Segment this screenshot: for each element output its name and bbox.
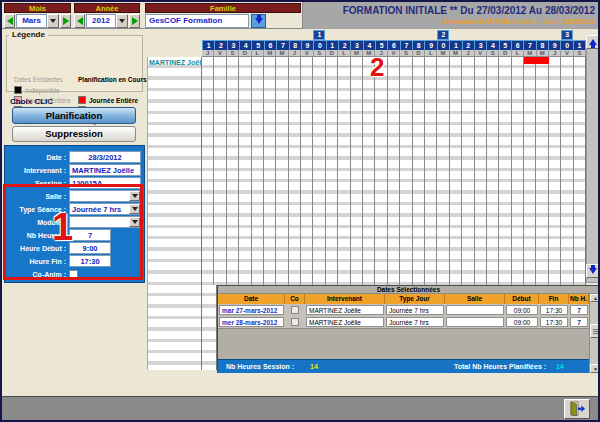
annee-header: Année bbox=[74, 3, 140, 13]
table-scroll-up-button[interactable]: ▲ bbox=[590, 294, 600, 302]
day-letter-cell: V bbox=[214, 50, 226, 56]
famille-dropdown-button[interactable] bbox=[251, 14, 266, 28]
choix-clic-title: Choix CLIC bbox=[10, 97, 53, 106]
day-letter-cell: L bbox=[512, 50, 524, 56]
planned-day-cell[interactable] bbox=[524, 57, 536, 64]
table-cell: 09:00 bbox=[505, 304, 539, 316]
table-scroll-thumb[interactable] bbox=[590, 324, 600, 338]
arrow-down-icon bbox=[255, 18, 263, 24]
day-number-cell: 9 bbox=[302, 41, 314, 50]
table-header-row: DateCoIntervenantType JourSalleDébutFinN… bbox=[218, 294, 589, 304]
annee-select[interactable]: 2012 bbox=[86, 14, 116, 28]
form-row: Date :28/3/2012 bbox=[5, 151, 144, 163]
selected-dates-table: Dates Sélectionnées DateCoIntervenantTyp… bbox=[217, 285, 600, 373]
annee-next-button[interactable] bbox=[129, 14, 140, 28]
table-cell: 17:30 bbox=[539, 304, 569, 316]
table-cell-value: mer 28-mars-2012 bbox=[219, 317, 284, 327]
day-number-cell: 6 bbox=[512, 41, 524, 50]
day-letter-cell: S bbox=[227, 50, 239, 56]
day-number-cell: 8 bbox=[537, 41, 549, 50]
arrow-down-icon bbox=[589, 268, 597, 274]
annee-dropdown-button[interactable] bbox=[116, 14, 128, 28]
table-cell: mar 27-mars-2012 bbox=[218, 304, 285, 316]
chevron-down-icon bbox=[50, 19, 56, 23]
annotation-2: 2 bbox=[370, 52, 384, 83]
famille-select[interactable]: GesCOF Formation bbox=[145, 14, 249, 28]
legend-item-label: Journée Entière bbox=[89, 97, 138, 104]
table-cell: mer 28-mars-2012 bbox=[218, 316, 285, 328]
co-checkbox[interactable] bbox=[291, 306, 299, 314]
selected-dates-title: Dates Sélectionnées bbox=[218, 286, 599, 294]
day-number-cell: 2 bbox=[339, 41, 351, 50]
mois-select[interactable]: Mars bbox=[16, 14, 47, 28]
calendar-scrollbar[interactable] bbox=[586, 35, 600, 283]
mois-dropdown-button[interactable] bbox=[47, 14, 59, 28]
table-cell-value: mar 27-mars-2012 bbox=[219, 305, 284, 315]
legend-item: Journée Entière bbox=[78, 95, 148, 105]
table-cell: 09:00 bbox=[505, 316, 539, 328]
day-letter-cell: D bbox=[499, 50, 511, 56]
co-checkbox[interactable] bbox=[291, 318, 299, 326]
nb-heures-session-value: 14 bbox=[310, 363, 318, 370]
table-cell-value bbox=[446, 317, 504, 327]
exit-button[interactable] bbox=[564, 399, 590, 419]
day-number-cell: 4 bbox=[240, 41, 252, 50]
day-number-cell: 8 bbox=[413, 41, 425, 50]
day-number-cell: 9 bbox=[549, 41, 561, 50]
annotation-1: 1 bbox=[52, 206, 73, 249]
form-input[interactable]: MARTINEZ Joëlle bbox=[69, 164, 141, 176]
table-cell bbox=[445, 304, 505, 316]
table-column-header: Co bbox=[285, 294, 305, 304]
famille-header: Famille bbox=[145, 3, 301, 13]
table-scrollbar[interactable]: ▲ ▼ bbox=[589, 294, 600, 373]
resource-names-column-ext bbox=[202, 285, 217, 370]
table-cell bbox=[285, 316, 305, 328]
table-cell: Journée 7 hrs bbox=[385, 304, 445, 316]
arrow-left-icon bbox=[77, 17, 83, 25]
day-number-cell: 6 bbox=[388, 41, 400, 50]
day-letter-cell: S bbox=[487, 50, 499, 56]
planification-button[interactable]: Planification bbox=[12, 107, 136, 124]
table-column-header: Date bbox=[218, 294, 285, 304]
form-input[interactable]: 28/3/2012 bbox=[69, 151, 141, 163]
topbar: Mois Année Famille Mars 2012 GesCOF Form… bbox=[2, 2, 598, 29]
legend-color-swatch bbox=[78, 96, 86, 104]
chevron-down-icon bbox=[119, 19, 125, 23]
day-letter-cell: M bbox=[437, 50, 449, 56]
day-letter-cell: V bbox=[561, 50, 573, 56]
annee-prev-button[interactable] bbox=[74, 14, 85, 28]
arrow-left-icon bbox=[7, 17, 13, 25]
day-letter-cell: L bbox=[425, 50, 437, 56]
planned-day-cell[interactable] bbox=[536, 57, 548, 64]
scroll-down-button[interactable] bbox=[586, 264, 600, 278]
table-cell-value: MARTINEZ Joëlle bbox=[306, 317, 384, 327]
title-panel: FORMATION INITIALE ** Du 27/03/2012 Au 2… bbox=[302, 2, 600, 29]
mois-prev-button[interactable] bbox=[4, 14, 15, 28]
mois-next-button[interactable] bbox=[60, 14, 71, 28]
table-cell-value: 7 bbox=[570, 305, 588, 315]
day-letter-cell: V bbox=[388, 50, 400, 56]
day-letter-cell: D bbox=[326, 50, 338, 56]
table-column-header: Type Jour bbox=[385, 294, 445, 304]
day-number-cell: 1 bbox=[450, 41, 462, 50]
table-empty-area bbox=[218, 328, 589, 359]
table-cell: Journée 7 hrs bbox=[385, 316, 445, 328]
table-cell-value: 09:00 bbox=[506, 305, 538, 315]
table-cell bbox=[285, 304, 305, 316]
day-letter-cell: M bbox=[264, 50, 276, 56]
day-tens-cell: 3 bbox=[561, 30, 573, 40]
day-number-cell: 1 bbox=[203, 41, 215, 50]
scroll-up-button[interactable] bbox=[586, 35, 600, 49]
day-letter-cell: M bbox=[524, 50, 536, 56]
planning-grid[interactable] bbox=[202, 57, 586, 285]
table-cell: 7 bbox=[569, 316, 589, 328]
table-row[interactable]: mer 28-mars-2012MARTINEZ JoëlleJournée 7… bbox=[218, 316, 589, 328]
day-number-cell: 7 bbox=[277, 41, 289, 50]
day-numbers-row: 1234567890123456789012345678901 bbox=[202, 40, 586, 50]
mois-header: Mois bbox=[4, 3, 71, 13]
table-row[interactable]: mar 27-mars-2012MARTINEZ JoëlleJournée 7… bbox=[218, 304, 589, 316]
resource-names-column: MARTINEZ Joëlle bbox=[147, 57, 202, 370]
legend-current-header: Planification en Cours bbox=[78, 76, 148, 85]
suppression-button[interactable]: Suppression bbox=[12, 126, 136, 142]
table-scroll-down-button[interactable]: ▼ bbox=[590, 364, 600, 373]
